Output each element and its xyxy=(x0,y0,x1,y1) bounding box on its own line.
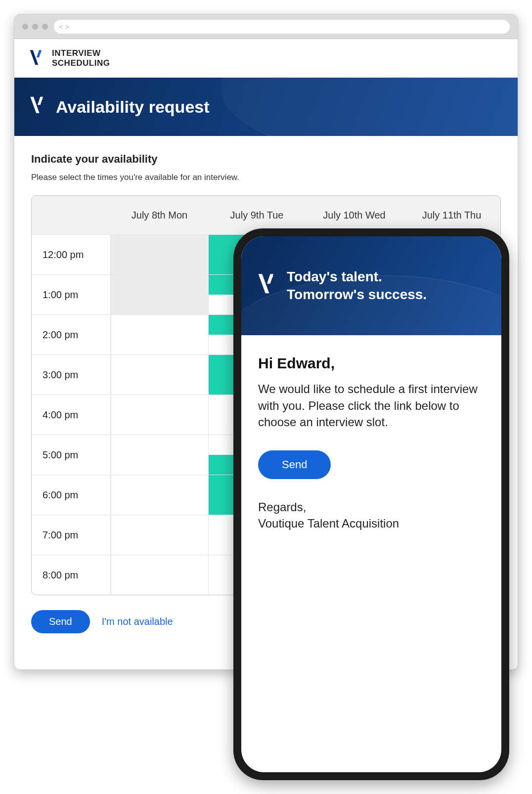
app-title-line1: INTERVIEW xyxy=(52,48,110,58)
time-label: 8:00 pm xyxy=(32,555,111,595)
tagline-line1: Today's talent. xyxy=(287,268,427,286)
calendar-cell[interactable] xyxy=(111,395,208,435)
calendar-cell[interactable] xyxy=(111,355,208,395)
brand-logo-icon xyxy=(256,272,278,300)
phone-tagline: Today's talent. Tomorrow's success. xyxy=(287,268,427,304)
time-label: 1:00 pm xyxy=(32,275,111,314)
browser-chrome: < > xyxy=(14,14,518,39)
calendar-day-header: July 11th Thu xyxy=(403,210,500,221)
traffic-light-minimize[interactable] xyxy=(32,24,38,30)
time-label: 3:00 pm xyxy=(32,355,111,395)
calendar-cell[interactable] xyxy=(111,555,208,595)
calendar-cell[interactable] xyxy=(111,515,208,555)
brand-logo-icon xyxy=(28,95,47,119)
email-greeting: Hi Edward, xyxy=(258,355,485,372)
email-closing: Regards, xyxy=(258,499,485,516)
app-title: INTERVIEW SCHEDULING xyxy=(52,48,110,68)
calendar-day-header: July 10th Wed xyxy=(306,210,403,221)
phone-content: Hi Edward, We would like to schedule a f… xyxy=(241,335,501,552)
email-body: We would like to schedule a first interv… xyxy=(258,381,485,431)
phone-banner: Today's talent. Tomorrow's success. xyxy=(241,236,501,335)
calendar-cell[interactable] xyxy=(111,275,208,314)
traffic-light-close[interactable] xyxy=(22,24,28,30)
app-title-line2: SCHEDULING xyxy=(52,58,110,68)
calendar-day-header: July 8th Mon xyxy=(111,210,208,221)
app-header: INTERVIEW SCHEDULING xyxy=(14,39,518,78)
svg-point-2 xyxy=(269,274,273,278)
calendar-day-header: July 9th Tue xyxy=(208,210,306,221)
time-label: 7:00 pm xyxy=(32,515,111,555)
section-heading: Indicate your availability xyxy=(31,153,501,166)
calendar-cell[interactable] xyxy=(111,435,208,475)
svg-point-0 xyxy=(39,50,41,53)
traffic-lights xyxy=(22,24,48,30)
page-banner: Availability request xyxy=(14,78,518,136)
tagline-line2: Tomorrow's success. xyxy=(287,286,427,304)
phone-mock: Today's talent. Tomorrow's success. Hi E… xyxy=(233,228,509,780)
section-subheading: Please select the times you're available… xyxy=(31,173,501,182)
brand-logo-icon xyxy=(28,48,45,68)
not-available-link[interactable]: I'm not available xyxy=(102,616,173,627)
time-label: 6:00 pm xyxy=(32,475,111,515)
email-signature: Regards, Voutique Talent Acquisition xyxy=(258,499,485,532)
phone-send-button[interactable]: Send xyxy=(258,450,331,479)
time-label: 4:00 pm xyxy=(32,395,111,435)
send-button[interactable]: Send xyxy=(31,610,90,633)
banner-title: Availability request xyxy=(56,97,210,117)
time-label: 12:00 pm xyxy=(32,235,111,274)
traffic-light-zoom[interactable] xyxy=(42,24,48,30)
time-label: 5:00 pm xyxy=(32,435,111,475)
calendar-cell[interactable] xyxy=(111,315,208,354)
phone-screen: Today's talent. Tomorrow's success. Hi E… xyxy=(241,236,501,772)
svg-point-1 xyxy=(40,97,43,100)
email-sender: Voutique Talent Acquisition xyxy=(258,515,485,532)
time-label: 2:00 pm xyxy=(32,315,111,354)
calendar-cell[interactable] xyxy=(111,475,208,515)
nav-arrows-icon: < > xyxy=(59,23,68,31)
calendar-cell[interactable] xyxy=(111,235,208,274)
url-bar[interactable]: < > xyxy=(54,20,510,34)
